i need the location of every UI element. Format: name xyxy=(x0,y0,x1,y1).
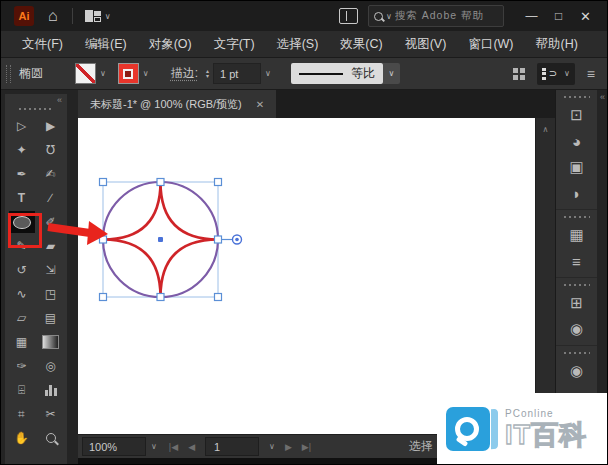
minimize-button[interactable]: — xyxy=(518,9,545,23)
gradient-tool[interactable] xyxy=(36,330,65,354)
chevron-down-icon: ∨ xyxy=(564,69,570,78)
home-icon[interactable]: ⌂ xyxy=(48,7,58,25)
menu-edit[interactable]: 编辑(E) xyxy=(74,36,138,53)
hand-tool[interactable]: ✋ xyxy=(7,426,36,450)
artboard-number-dropdown[interactable]: 1 xyxy=(205,437,259,456)
gradient-panel-icon[interactable]: ◗ xyxy=(556,180,597,206)
properties-panel-icon[interactable]: ⊡ xyxy=(556,102,597,128)
appearance-panel-icon[interactable]: ◉ xyxy=(556,316,597,342)
drag-grip-icon[interactable] xyxy=(6,65,11,83)
first-artboard-icon[interactable]: |◀ xyxy=(169,442,178,452)
eyedropper-tool[interactable]: ✑ xyxy=(7,354,36,378)
fill-swatch[interactable] xyxy=(75,63,96,84)
workspace-grid-icon[interactable] xyxy=(513,68,525,80)
document-tab[interactable]: 未标题-1* @ 100% (RGB/预览) ✕ xyxy=(78,90,276,118)
last-artboard-icon[interactable]: ▶| xyxy=(302,442,311,452)
menu-file[interactable]: 文件(F) xyxy=(11,36,74,53)
rotate-tool[interactable]: ↺ xyxy=(7,258,36,282)
stroke-weight-stepper[interactable]: ▴▾ xyxy=(206,69,209,79)
zoom-level-dropdown[interactable]: 100% xyxy=(82,437,146,456)
color-panel-icon[interactable]: ◕ xyxy=(556,128,597,154)
graphic-styles-panel-icon[interactable]: ◉ xyxy=(556,358,597,384)
drag-grip-icon[interactable] xyxy=(564,96,590,98)
divider xyxy=(556,345,597,346)
pconline-logo-icon xyxy=(446,407,490,451)
type-tool[interactable]: T xyxy=(7,186,36,210)
document-tab-bar: 未标题-1* @ 100% (RGB/预览) ✕ xyxy=(78,90,555,118)
menu-object[interactable]: 对象(O) xyxy=(138,36,203,53)
artboards-panel-icon[interactable]: ▦ xyxy=(556,222,597,248)
chevron-down-icon[interactable]: ∨ xyxy=(383,63,400,84)
swatches-panel-icon[interactable]: ▣ xyxy=(556,154,597,180)
arrange-documents-icon[interactable] xyxy=(85,10,101,22)
illustrator-window: Ai ⌂ ∨ ∨ 搜索 Adobe 帮助 — □ ✕ 文件(F) 编辑(E) 对… xyxy=(0,0,608,465)
search-placeholder: 搜索 Adobe 帮助 xyxy=(395,9,484,23)
maximize-button[interactable]: □ xyxy=(545,9,572,23)
logo-page-flap xyxy=(491,408,498,449)
stroke-panel-icon[interactable]: ≡ xyxy=(556,248,597,274)
vertical-scrollbar[interactable]: ∧ xyxy=(535,118,555,434)
scale-tool[interactable]: ⇲ xyxy=(36,258,65,282)
menu-effect[interactable]: 效果(C) xyxy=(329,36,393,53)
symbol-sprayer-tool[interactable]: ⌹ xyxy=(7,378,36,402)
status-mode-label: 选择 xyxy=(409,438,433,455)
slice-tool[interactable]: ✂ xyxy=(36,402,65,426)
menu-list-icon[interactable]: ≡ xyxy=(587,66,595,82)
column-graph-tool[interactable] xyxy=(36,378,65,402)
magnifier-icon xyxy=(46,433,56,443)
chevron-down-icon[interactable]: ∨ xyxy=(269,442,275,451)
menu-select[interactable]: 选择(S) xyxy=(266,36,330,53)
tool-highlight-box xyxy=(8,213,42,248)
artboard-tool[interactable]: ⌗ xyxy=(7,402,36,426)
chevron-down-icon[interactable]: ∨ xyxy=(105,12,111,21)
line-segment-tool[interactable]: ∕ xyxy=(36,186,65,210)
menu-view[interactable]: 视图(V) xyxy=(394,36,458,53)
tab-close-icon[interactable]: ✕ xyxy=(256,99,264,110)
drag-grip-icon[interactable] xyxy=(564,284,590,286)
drag-grip-icon[interactable] xyxy=(19,108,53,110)
search-input[interactable]: ∨ 搜索 Adobe 帮助 xyxy=(368,5,504,27)
chevron-down-icon[interactable]: ∨ xyxy=(151,442,157,451)
mesh-tool[interactable]: ▦ xyxy=(7,330,36,354)
menu-help[interactable]: 帮助(H) xyxy=(525,36,589,53)
direct-selection-tool[interactable]: ▶ xyxy=(36,114,65,138)
pen-tool[interactable]: ✒ xyxy=(7,162,36,186)
shape-builder-tool[interactable]: ▱ xyxy=(7,306,36,330)
stroke-label[interactable]: 描边: xyxy=(171,65,198,82)
artwork-selection[interactable] xyxy=(93,172,263,312)
watermark: PConline IT百科 xyxy=(437,393,607,464)
chevron-down-icon[interactable]: ∨ xyxy=(143,69,149,78)
transform-panel-icon[interactable]: ⊞ xyxy=(556,290,597,316)
watermark-title: IT百科 xyxy=(505,422,587,449)
drag-grip-icon[interactable] xyxy=(564,352,590,354)
blend-tool[interactable]: ◎ xyxy=(36,354,65,378)
dock-curve-icon: ⊃ xyxy=(549,69,557,79)
previous-artboard-icon[interactable]: ◀ xyxy=(188,442,195,452)
lasso-tool[interactable]: ℧ xyxy=(36,138,65,162)
chevron-down-icon[interactable]: ∨ xyxy=(265,69,271,78)
stroke-weight-value[interactable]: 1 pt xyxy=(213,63,261,84)
magic-wand-tool[interactable]: ✦ xyxy=(7,138,36,162)
selection-tool[interactable]: ▷ xyxy=(7,114,36,138)
zoom-tool[interactable] xyxy=(36,426,65,450)
menu-type[interactable]: 文字(T) xyxy=(203,36,266,53)
titlebar-divider xyxy=(72,8,73,24)
panel-dock-button[interactable]: ⊃ ∨ xyxy=(537,63,575,85)
canvas[interactable] xyxy=(78,118,535,434)
free-transform-tool[interactable]: ◳ xyxy=(36,282,65,306)
menu-window[interactable]: 窗口(W) xyxy=(457,36,524,53)
search-icon xyxy=(374,12,383,21)
stroke-profile-dropdown[interactable]: 等比 xyxy=(291,63,383,84)
document-panel-icon[interactable] xyxy=(339,8,358,24)
collapse-panel-icon[interactable]: « xyxy=(5,94,67,105)
drag-grip-icon[interactable] xyxy=(564,216,590,218)
document-title: 未标题-1* @ 100% (RGB/预览) xyxy=(90,97,242,112)
chevron-down-icon[interactable]: ∨ xyxy=(100,69,106,78)
curvature-tool[interactable]: ✍ xyxy=(36,162,65,186)
close-button[interactable]: ✕ xyxy=(572,9,599,24)
width-tool[interactable]: ∿ xyxy=(7,282,36,306)
stroke-swatch[interactable] xyxy=(118,63,139,84)
next-artboard-icon[interactable]: ▶ xyxy=(285,442,292,452)
watermark-brand: PConline xyxy=(505,409,587,419)
perspective-grid-tool[interactable]: ▤ xyxy=(36,306,65,330)
